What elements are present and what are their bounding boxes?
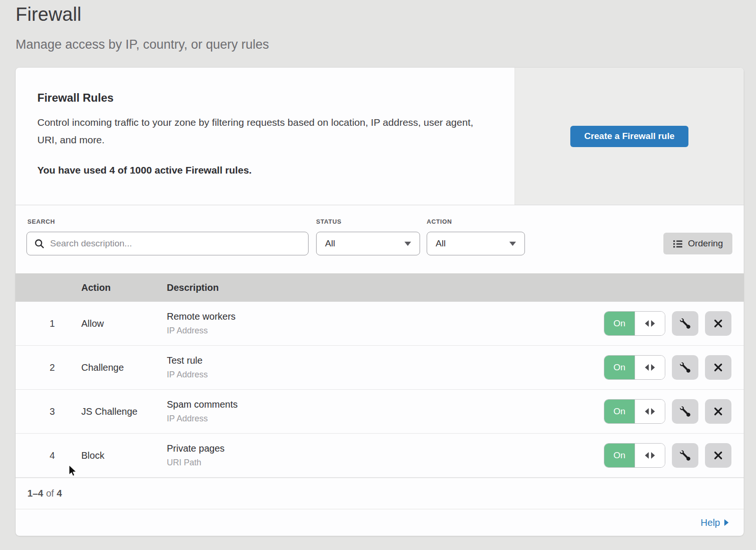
table-row: 3 JS Challenge Spam comments IP Address … [16,390,744,434]
rule-action: JS Challenge [81,406,167,417]
status-select[interactable]: All [316,232,420,255]
page-subtitle: Manage access by IP, country, or query r… [16,37,269,52]
table-header: Action Description [16,273,744,302]
close-icon [713,362,723,373]
ordering-button-label: Ordering [688,238,723,249]
search-label: SEARCH [27,218,55,225]
rule-enabled-toggle[interactable]: On [604,311,665,336]
page-header: Firewall Manage access by IP, country, o… [16,4,269,52]
toggle-switch-segment[interactable] [635,400,665,423]
toggle-on-segment[interactable]: On [604,356,635,379]
rule-action: Challenge [81,362,167,373]
rule-priority: 4 [16,450,81,461]
delete-rule-button[interactable] [705,443,731,468]
wrench-icon [680,362,690,373]
ordered-list-icon [673,239,683,249]
rule-field: IP Address [167,370,593,380]
overview-description: Control incoming traffic to your zone by… [37,114,484,148]
pagination-range: 1–4 [27,488,43,499]
rule-field: IP Address [167,326,593,336]
arrow-left-icon [645,452,649,459]
arrow-left-icon [645,320,649,327]
search-input[interactable] [50,238,301,249]
chevron-down-icon [509,242,516,246]
edit-rule-button[interactable] [672,355,698,380]
rule-field: IP Address [167,414,593,424]
action-select-value: All [436,238,446,249]
pagination: 1–4 of 4 [16,478,744,509]
wrench-icon [680,406,690,417]
ordering-button[interactable]: Ordering [663,233,732,254]
rule-enabled-toggle[interactable]: On [604,355,665,380]
close-icon [713,406,723,417]
table-row: 1 Allow Remote workers IP Address On [16,302,744,346]
pagination-total: 4 [57,488,62,499]
rule-enabled-toggle[interactable]: On [604,399,665,424]
help-link-label: Help [701,517,720,528]
arrow-left-icon [645,408,649,415]
search-icon [34,239,44,249]
edit-rule-button[interactable] [672,311,698,336]
rule-priority: 2 [16,362,81,373]
arrow-left-icon [645,364,649,371]
overview-heading: Firewall Rules [37,91,493,105]
firewall-page: { "page": { "title": "Firewall", "subtit… [0,0,756,550]
toggle-on-segment[interactable]: On [604,400,635,423]
description-column-header: Description [167,282,593,293]
toggle-on-segment[interactable]: On [604,444,635,467]
firewall-card: Firewall Rules Control incoming traffic … [16,68,744,536]
toggle-on-segment[interactable]: On [604,312,635,335]
arrow-right-icon [651,452,655,459]
arrow-right-icon [724,519,729,526]
toggle-switch-segment[interactable] [635,356,665,379]
table-row: 4 Block Private pages URI Path On [16,434,744,478]
page-title: Firewall [16,4,269,25]
delete-rule-button[interactable] [705,399,731,424]
status-select-value: All [325,238,335,249]
action-label: ACTION [427,218,452,225]
status-label: STATUS [316,218,342,225]
rule-description: Spam comments [167,399,593,410]
rule-enabled-toggle[interactable]: On [604,443,665,468]
rule-priority: 1 [16,318,81,329]
card-footer: Help [16,509,744,536]
rule-description: Remote workers [167,311,593,322]
edit-rule-button[interactable] [672,399,698,424]
toggle-switch-segment[interactable] [635,444,665,467]
action-select[interactable]: All [427,232,525,255]
overview-text: Firewall Rules Control incoming traffic … [16,68,515,205]
table-row: 2 Challenge Test rule IP Address On [16,346,744,390]
rules-usage-text: You have used 4 of 1000 active Firewall … [37,165,493,176]
delete-rule-button[interactable] [705,355,731,380]
rule-description: Test rule [167,355,593,366]
rule-action: Block [81,450,167,461]
help-link[interactable]: Help [701,517,729,528]
wrench-icon [680,450,690,461]
close-icon [713,318,723,329]
arrow-right-icon [651,408,655,415]
action-column-header: Action [81,282,167,293]
rule-priority: 3 [16,406,81,417]
toggle-switch-segment[interactable] [635,312,665,335]
overview-action-panel: Create a Firewall rule [515,68,744,205]
rule-field: URI Path [167,458,593,468]
chevron-down-icon [404,242,411,246]
pagination-of: of [46,488,54,499]
arrow-right-icon [651,320,655,327]
close-icon [713,450,723,461]
search-box[interactable] [26,232,309,255]
filters-bar: SEARCH STATUS All ACTION All [16,205,744,273]
rule-description: Private pages [167,443,593,454]
rule-action: Allow [81,318,167,329]
arrow-right-icon [651,364,655,371]
delete-rule-button[interactable] [705,311,731,336]
create-firewall-rule-button[interactable]: Create a Firewall rule [570,126,688,147]
overview-section: Firewall Rules Control incoming traffic … [16,68,744,205]
wrench-icon [680,318,690,329]
edit-rule-button[interactable] [672,443,698,468]
